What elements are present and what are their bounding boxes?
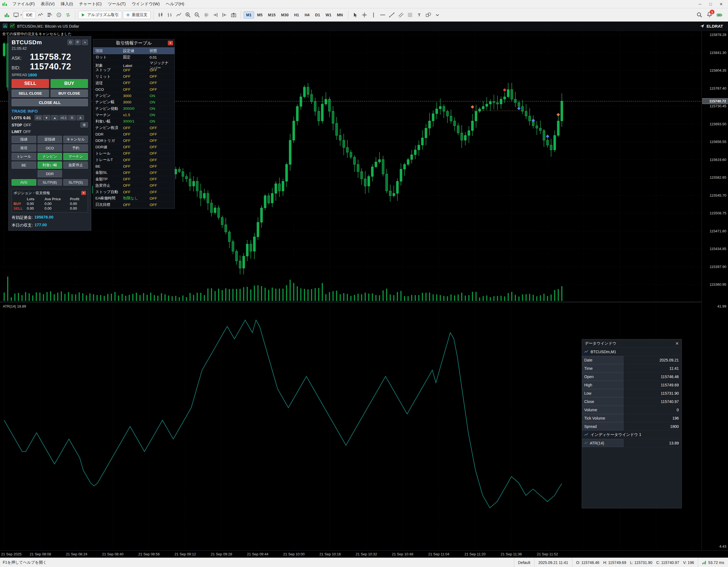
- algo-trading-button[interactable]: アルゴリズム取引: [78, 11, 122, 19]
- lot-step-button[interactable]: -0.1: [35, 115, 42, 120]
- strategy-button[interactable]: 急変停止: [63, 161, 88, 169]
- minimize-button[interactable]: ─: [695, 1, 705, 8]
- table-row[interactable]: ナンピン幅3000ON: [93, 99, 174, 105]
- timeframe-button-m15[interactable]: M15: [265, 11, 278, 19]
- panel-header-button-p[interactable]: P: [75, 40, 81, 45]
- strategy-button[interactable]: 追従: [12, 144, 36, 151]
- strategy-button[interactable]: マーチン: [63, 153, 88, 160]
- menu-item[interactable]: ファイル(F): [9, 1, 38, 7]
- table-row[interactable]: 対象Labelマジックナンバー: [93, 61, 174, 67]
- vertical-line-icon[interactable]: [369, 11, 378, 19]
- menu-item[interactable]: 表示(V): [38, 1, 58, 7]
- timeframe-button-w1[interactable]: W1: [323, 11, 334, 19]
- battery-icon[interactable]: [715, 11, 724, 19]
- fibonacci-icon[interactable]: [406, 11, 414, 19]
- notifications-button[interactable]: 1: [706, 11, 713, 18]
- maximize-button[interactable]: □: [705, 1, 716, 8]
- timeframe-button-d1[interactable]: D1: [313, 11, 323, 19]
- cursor-icon[interactable]: [351, 11, 359, 19]
- table-row[interactable]: EA稼働時間制限なしOFF: [93, 195, 174, 202]
- table-row[interactable]: ストップOFFOFF: [93, 67, 174, 73]
- ide-button[interactable]: IDE: [23, 11, 36, 19]
- chevron-down-icon[interactable]: ▾: [20, 13, 22, 16]
- timeframe-button-m30[interactable]: M30: [278, 11, 291, 19]
- status-profile[interactable]: Default: [514, 558, 534, 567]
- close-button[interactable]: ✕: [716, 1, 726, 8]
- lot-step-button[interactable]: ▼: [43, 115, 50, 120]
- menu-item[interactable]: ウインドウ(W): [129, 1, 163, 7]
- strategy-button[interactable]: トレール: [12, 153, 36, 160]
- timeframe-button-m1[interactable]: M1: [244, 11, 254, 19]
- new-chart-icon[interactable]: [3, 11, 11, 19]
- strategy-button[interactable]: OCO: [38, 144, 62, 151]
- channel-icon[interactable]: [397, 11, 405, 19]
- close-all-button[interactable]: CLOSE ALL: [12, 99, 88, 106]
- market-watch-icon[interactable]: [55, 11, 63, 19]
- sell-button[interactable]: SELL: [12, 79, 49, 88]
- line-style-icon[interactable]: [175, 11, 183, 19]
- strategy-button[interactable]: 逆指値: [38, 136, 62, 143]
- strategy-button[interactable]: SL/TP(S): [63, 179, 88, 185]
- sync-icon[interactable]: [64, 11, 72, 19]
- chart-tab-title[interactable]: BTCUSDm,M1: Bitcoin vs US Dollar: [17, 24, 79, 28]
- panel-header-button-g[interactable]: G: [67, 40, 74, 45]
- timeframe-button-m5[interactable]: M5: [255, 11, 265, 19]
- chart-profiles-icon[interactable]: [12, 11, 20, 19]
- text-icon[interactable]: T: [415, 11, 423, 19]
- strategy-button[interactable]: 利食い幅: [38, 161, 62, 169]
- chart-window-icon[interactable]: [3, 23, 7, 29]
- table-row[interactable]: DDROFFOFF: [93, 131, 174, 137]
- table-row[interactable]: ナンピン発動3000/0ON: [93, 106, 174, 112]
- timeframe-button-h4[interactable]: H4: [302, 11, 312, 19]
- strategy-button[interactable]: 指値: [12, 136, 36, 143]
- strategy-button[interactable]: BE: [12, 161, 36, 169]
- zoom-in-icon[interactable]: [184, 11, 192, 19]
- table-row[interactable]: 金額SLOFFOFF: [93, 169, 174, 176]
- menu-item[interactable]: 挿入(I): [58, 1, 76, 7]
- table-row[interactable]: トレールOFFOFF: [93, 150, 174, 157]
- table-row[interactable]: トレールTOFFOFF: [93, 157, 174, 163]
- indicator-window-icon[interactable]: [10, 23, 15, 29]
- table-row[interactable]: 急変停止OFFOFF: [93, 182, 174, 189]
- close-icon[interactable]: ✕: [168, 41, 173, 45]
- grid-icon[interactable]: [202, 11, 210, 19]
- strategy-button[interactable]: SL/TP(B): [38, 179, 62, 185]
- table-row[interactable]: OCOOFFOFF: [93, 86, 174, 93]
- timeframe-button-h1[interactable]: H1: [292, 11, 302, 19]
- strategy-button[interactable]: AVG: [12, 179, 36, 185]
- more-icon[interactable]: [433, 11, 442, 19]
- time-axis[interactable]: 21 Sep 202521 Sep 08:0821 Sep 08:2421 Se…: [0, 550, 728, 558]
- table-row[interactable]: 金額TPOFFOFF: [93, 176, 174, 182]
- crosshair-icon[interactable]: [360, 11, 369, 19]
- search-icon[interactable]: [695, 11, 704, 19]
- lot-step-button[interactable]: +0.1: [59, 115, 68, 120]
- table-row[interactable]: DDR値OFFOFF: [93, 144, 174, 150]
- buy-close-button[interactable]: BUY CLOSE: [51, 90, 88, 97]
- strategy-button[interactable]: キャンセル: [63, 136, 88, 143]
- lot-step-button[interactable]: ▲: [51, 115, 59, 120]
- bar-style-icon[interactable]: [166, 11, 174, 19]
- menu-item[interactable]: ツール(T): [105, 1, 129, 7]
- new-order-button[interactable]: 新規注文: [123, 11, 151, 19]
- buy-button[interactable]: BUY: [51, 79, 88, 88]
- table-row[interactable]: ナンピン3000ON: [93, 93, 174, 99]
- table-row[interactable]: 日次目標OFFOFF: [93, 202, 174, 208]
- data-window-titlebar[interactable]: データウインドウ ✕: [582, 340, 682, 348]
- strategy-button[interactable]: ナンピン: [38, 153, 62, 160]
- table-row[interactable]: ナンピン救済OFFOFF: [93, 125, 174, 131]
- tick-chart-icon[interactable]: [36, 11, 45, 19]
- stop-side-button[interactable]: 後: [80, 122, 88, 127]
- table-row[interactable]: BEOFFOFF: [93, 163, 174, 169]
- connection-status[interactable]: 53.72 ms: [698, 558, 728, 567]
- close-icon[interactable]: ✕: [675, 341, 679, 346]
- shapes-icon[interactable]: [424, 11, 432, 19]
- sell-close-button[interactable]: SELL CLOSE: [12, 90, 49, 97]
- panel-header-button-x[interactable]: »: [82, 40, 88, 45]
- timeframe-button-mn[interactable]: MN: [334, 11, 345, 19]
- table-row[interactable]: 利食い幅3000/1ON: [93, 118, 174, 125]
- lot-step-button[interactable]: R: [68, 115, 76, 120]
- table-row[interactable]: DDRトリガOFFOFF: [93, 137, 174, 144]
- snapshot-icon[interactable]: [229, 11, 238, 19]
- lot-step-button[interactable]: A: [77, 115, 84, 120]
- trade-info-table-titlebar[interactable]: 取引情報テーブル ✕: [93, 39, 174, 47]
